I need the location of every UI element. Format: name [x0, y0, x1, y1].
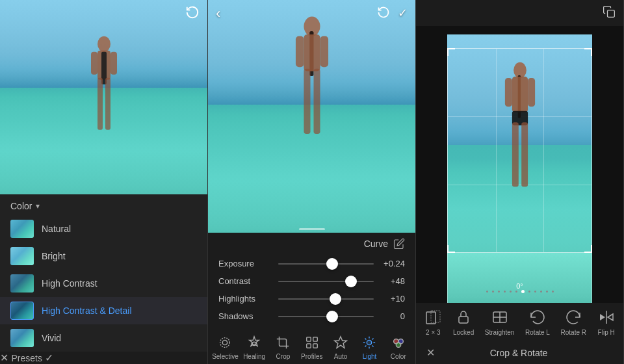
tool-selective[interactable]: Selective — [212, 334, 239, 360]
light-panel: ‹ ✓ Curve Exposure — [208, 0, 416, 364]
crop-tool-ratio[interactable]: 2 × 3 — [424, 308, 442, 336]
presets-panel: Color ▾ Natural Bright High Contrast Hig… — [0, 0, 208, 364]
exposure-label: Exposure — [218, 259, 270, 268]
profiles-icon-wrap — [304, 334, 320, 351]
confirm-button-2[interactable]: ✓ — [398, 6, 408, 22]
chevron-down-icon: ▾ — [36, 202, 40, 211]
contrast-value: +48 — [382, 276, 405, 286]
rotation-dial[interactable]: 0° — [416, 280, 623, 303]
dial-dot-4 — [504, 291, 506, 292]
crop-rotate-r-label: Rotate R — [561, 329, 586, 336]
svg-rect-2 — [91, 51, 98, 74]
crop-tool-rotate-r[interactable]: Rotate R — [561, 308, 586, 336]
presets-confirm-button[interactable]: ✓ — [45, 352, 53, 363]
copy-icon — [603, 5, 616, 18]
contrast-slider[interactable] — [278, 281, 374, 282]
dial-dot-5 — [510, 291, 512, 292]
scroll-indicator — [299, 228, 325, 230]
dial-dot-3 — [498, 291, 500, 292]
back-button[interactable]: ‹ — [216, 5, 220, 22]
preset-name-bright: Bright — [42, 251, 66, 261]
tool-healing-label: Healing — [243, 353, 265, 360]
tool-color[interactable]: Color — [385, 334, 411, 360]
healing-icon — [247, 335, 261, 350]
curve-label: Curve — [364, 239, 388, 249]
shadows-thumb[interactable] — [326, 311, 338, 322]
preset-thumb-hcd — [10, 302, 34, 320]
crop-ratio-label: 2 × 3 — [426, 329, 441, 336]
person-figure-3 — [502, 48, 538, 228]
crop-cancel-button[interactable]: ✕ — [426, 346, 435, 359]
svg-rect-13 — [313, 69, 320, 134]
preset-item-natural[interactable]: Natural — [0, 215, 207, 242]
crop-panel: 0° — [416, 0, 624, 364]
highlights-row: Highlights +10 — [208, 290, 415, 307]
tool-light[interactable]: Light — [356, 334, 382, 360]
contrast-thumb[interactable] — [345, 276, 357, 287]
crop-bottom-bar: ✕ Crop & Rotate — [416, 341, 623, 364]
curve-edit-icon[interactable] — [393, 238, 405, 250]
crop-rotate-l-label: Rotate L — [525, 329, 550, 336]
svg-point-22 — [367, 340, 372, 344]
crop-tool-straighten[interactable]: Straighten — [485, 308, 515, 336]
dial-dot-10 — [546, 291, 548, 292]
svg-rect-42 — [521, 122, 528, 187]
preset-thumb-vivid — [10, 329, 34, 347]
crop-tools-bar: 2 × 3 Locked Straighten — [416, 303, 623, 341]
color-header[interactable]: Color ▾ — [0, 194, 207, 215]
crop-tool-rotate-l[interactable]: Rotate L — [525, 308, 550, 336]
svg-point-0 — [98, 36, 110, 51]
crop-tool-locked[interactable]: Locked — [453, 308, 474, 336]
crop-corner-tl — [447, 48, 455, 56]
highlights-value: +10 — [382, 294, 405, 304]
exposure-slider[interactable] — [278, 263, 374, 265]
preset-item-high-contrast-detail[interactable]: High Contrast & Detail — [0, 297, 207, 324]
svg-point-33 — [396, 343, 400, 347]
svg-rect-41 — [512, 122, 518, 187]
svg-rect-19 — [307, 344, 311, 348]
tool-profiles[interactable]: Profiles — [299, 334, 325, 360]
preset-item-bright[interactable]: Bright — [0, 242, 207, 270]
crop-straighten-label: Straighten — [485, 329, 515, 336]
undo-button-1[interactable] — [185, 5, 200, 22]
svg-line-30 — [365, 346, 367, 347]
preset-item-high-contrast[interactable]: High Contrast — [0, 270, 207, 297]
preset-item-vivid[interactable]: Vivid — [0, 324, 207, 352]
highlights-slider[interactable] — [278, 298, 374, 300]
shadows-slider[interactable] — [278, 316, 374, 317]
svg-rect-5 — [98, 77, 103, 129]
preset-thumb-bright — [10, 247, 34, 265]
undo-button-2[interactable] — [377, 6, 390, 22]
svg-marker-21 — [335, 337, 346, 348]
exposure-value: +0.24 — [382, 259, 405, 268]
shadows-value: 0 — [382, 311, 405, 321]
copy-button[interactable] — [603, 5, 616, 21]
light-icon — [362, 335, 376, 350]
crop-locked-label: Locked — [453, 329, 474, 336]
healing-icon-wrap — [246, 334, 263, 351]
tool-healing[interactable]: Healing — [241, 334, 267, 360]
presets-cancel-button[interactable]: ✕ — [0, 352, 8, 363]
highlights-thumb[interactable] — [330, 293, 341, 305]
tool-auto[interactable]: Auto — [328, 334, 354, 360]
svg-point-15 — [220, 338, 230, 348]
svg-rect-6 — [105, 77, 110, 129]
rotation-angle: 0° — [516, 282, 523, 290]
lock-icon — [454, 308, 473, 326]
selective-icon — [218, 335, 232, 350]
auto-icon — [333, 335, 348, 350]
exposure-thumb[interactable] — [326, 258, 338, 270]
straighten-icon — [491, 308, 509, 326]
profiles-icon — [305, 335, 319, 350]
crop-flip-h-label: Flip H — [598, 329, 615, 336]
svg-rect-11 — [320, 36, 328, 67]
person-figure-2 — [289, 12, 335, 175]
dial-dot-2 — [492, 291, 494, 292]
nav-icons-right: ✓ — [377, 6, 408, 22]
tool-light-label: Light — [363, 353, 377, 360]
svg-rect-10 — [295, 36, 304, 67]
tool-crop[interactable]: Crop — [270, 334, 296, 360]
presets-bottom-bar: ✕ Presets ✓ — [0, 352, 207, 364]
crop-tool-flip-h[interactable]: Flip H — [597, 308, 616, 336]
light-nav-bar: ‹ ✓ — [208, 0, 415, 27]
